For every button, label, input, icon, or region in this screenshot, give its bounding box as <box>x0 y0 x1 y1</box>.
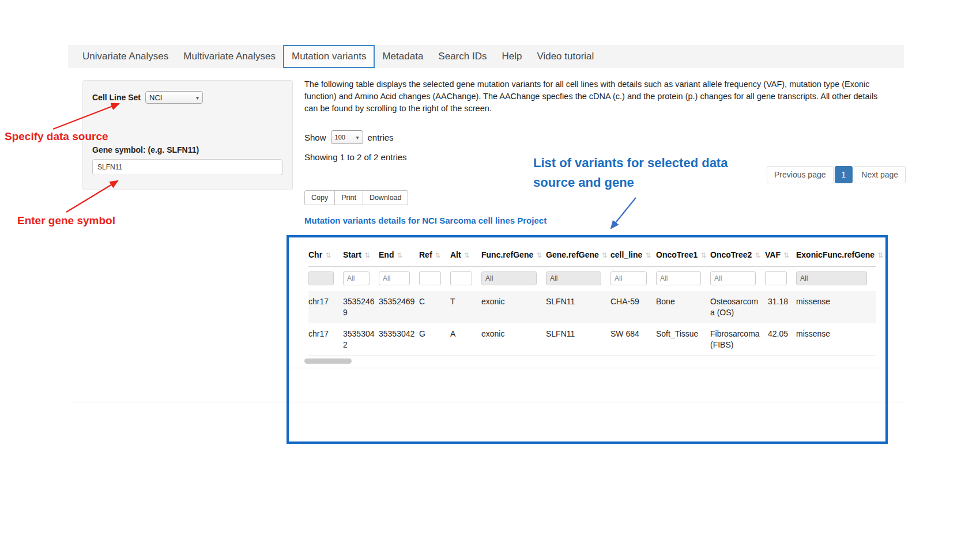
table-cell: CHA-59 <box>610 291 656 323</box>
table-cell: 35353042 <box>343 323 379 356</box>
show-entries-value: 100 <box>335 134 345 141</box>
column-header-alt[interactable]: Alt⇅ <box>450 243 481 267</box>
tab-search-ids[interactable]: Search IDs <box>431 45 494 68</box>
sort-icon[interactable]: ⇅ <box>755 251 760 259</box>
sort-icon[interactable]: ⇅ <box>364 251 370 259</box>
column-header-exonicfunc-refgene[interactable]: ExonicFunc.refGene⇅ <box>796 243 876 267</box>
sort-icon[interactable]: ⇅ <box>602 251 608 259</box>
sort-icon[interactable]: ⇅ <box>536 251 542 259</box>
column-filter-alt[interactable] <box>450 271 472 285</box>
pagination: Previous page 1 Next page <box>767 166 906 183</box>
sort-icon[interactable]: ⇅ <box>700 251 706 259</box>
column-filter-chr[interactable] <box>308 271 334 285</box>
filter-cell <box>546 267 610 292</box>
chevron-down-icon: ▾ <box>196 95 199 101</box>
column-header-ref[interactable]: Ref⇅ <box>419 243 450 267</box>
showing-entries-text: Showing 1 to 2 of 2 entries <box>304 152 407 162</box>
column-filter-exonicfunc-refgene[interactable] <box>796 271 867 285</box>
tab-multivariate-analyses[interactable]: Multivariate Analyses <box>176 45 283 68</box>
tab-metadata[interactable]: Metadata <box>375 45 431 68</box>
table-cell: chr17 <box>308 291 343 323</box>
filter-cell <box>308 267 343 292</box>
sort-icon[interactable]: ⇅ <box>325 251 331 259</box>
column-label: OncoTree1 <box>656 250 698 259</box>
column-label: VAF <box>765 250 781 259</box>
column-header-vaf[interactable]: VAF⇅ <box>765 243 796 267</box>
tab-univariate-analyses[interactable]: Univariate Analyses <box>75 45 176 68</box>
filter-cell <box>710 267 765 292</box>
column-filter-end[interactable] <box>379 271 410 285</box>
show-entries-select[interactable]: 100 ▾ <box>331 130 363 144</box>
column-header-oncotree2[interactable]: OncoTree2⇅ <box>710 243 765 267</box>
table-cell: 35353042 <box>379 323 419 356</box>
table-description: The following table displays the selecte… <box>304 78 879 115</box>
top-navigation: Univariate AnalysesMultivariate Analyses… <box>68 45 904 68</box>
table-cell: Osteosarcoma (OS) <box>710 291 765 323</box>
column-label: ExonicFunc.refGene <box>796 250 875 259</box>
sort-icon[interactable]: ⇅ <box>397 251 402 259</box>
variants-table: Chr⇅Start⇅End⇅Ref⇅Alt⇅Func.refGene⇅Gene.… <box>308 243 876 356</box>
column-filter-start[interactable] <box>343 271 370 285</box>
tab-help[interactable]: Help <box>494 45 529 68</box>
table-cell: Soft_Tissue <box>656 323 710 356</box>
column-label: cell_line <box>610 250 642 259</box>
sort-icon[interactable]: ⇅ <box>877 251 883 259</box>
table-cell: Bone <box>656 291 710 323</box>
column-header-cell-line[interactable]: cell_line⇅ <box>610 243 656 267</box>
variants-table-highlight-box: Chr⇅Start⇅End⇅Ref⇅Alt⇅Func.refGene⇅Gene.… <box>287 235 888 444</box>
table-cell: T <box>450 291 481 323</box>
column-header-chr[interactable]: Chr⇅ <box>308 243 343 267</box>
table-cell: exonic <box>481 291 546 323</box>
table-title-link[interactable]: Mutation variants details for NCI Sarcom… <box>304 216 546 225</box>
gene-symbol-label: Gene symbol: (e.g. SLFN11) <box>92 145 199 154</box>
current-page-button[interactable]: 1 <box>835 166 853 183</box>
tab-mutation-variants[interactable]: Mutation variants <box>283 45 375 68</box>
print-button[interactable]: Print <box>334 190 363 205</box>
table-cell: 35352469 <box>379 291 419 323</box>
horizontal-scrollbar-thumb[interactable] <box>304 358 352 364</box>
column-label: End <box>379 250 394 259</box>
table-cell: missense <box>796 323 876 356</box>
table-cell: C <box>419 291 450 323</box>
cell-line-set-row: Cell Line Set NCI ▾ <box>92 91 203 104</box>
column-header-start[interactable]: Start⇅ <box>343 243 379 267</box>
filter-cell <box>419 267 450 292</box>
previous-page-button[interactable]: Previous page <box>767 166 834 183</box>
column-label: Alt <box>450 250 461 259</box>
table-cell: SLFN11 <box>546 291 610 323</box>
cell-line-set-select[interactable]: NCI ▾ <box>145 91 203 104</box>
column-header-func-refgene[interactable]: Func.refGene⇅ <box>481 243 546 267</box>
table-cell: 31.18 <box>765 291 796 323</box>
table-cell: SLFN11 <box>546 323 610 356</box>
next-page-button[interactable]: Next page <box>854 166 906 183</box>
column-label: Chr <box>308 250 322 259</box>
table-cell: A <box>450 323 481 356</box>
entries-label: entries <box>368 133 394 142</box>
table-cell: SW 684 <box>610 323 656 356</box>
sort-icon[interactable]: ⇅ <box>435 251 441 259</box>
sort-icon[interactable]: ⇅ <box>645 251 651 259</box>
gene-symbol-input[interactable] <box>92 159 282 175</box>
column-label: Func.refGene <box>481 250 533 259</box>
copy-button[interactable]: Copy <box>304 190 335 205</box>
column-filter-gene-refgene[interactable] <box>546 271 601 285</box>
column-filter-cell-line[interactable] <box>610 271 647 285</box>
sort-icon[interactable]: ⇅ <box>464 251 470 259</box>
tab-video-tutorial[interactable]: Video tutorial <box>529 45 601 68</box>
column-header-gene-refgene[interactable]: Gene.refGene⇅ <box>546 243 610 267</box>
nav-tabs: Univariate AnalysesMultivariate Analyses… <box>75 45 601 68</box>
horizontal-scrollbar[interactable] <box>304 358 872 364</box>
chevron-down-icon: ▾ <box>356 134 359 141</box>
column-filter-oncotree2[interactable] <box>710 271 756 285</box>
column-label: Ref <box>419 250 432 259</box>
sort-icon[interactable]: ⇅ <box>783 251 789 259</box>
column-filter-func-refgene[interactable] <box>481 271 537 285</box>
download-button[interactable]: Download <box>363 190 409 205</box>
column-filter-vaf[interactable] <box>765 271 787 285</box>
column-header-oncotree1[interactable]: OncoTree1⇅ <box>656 243 710 267</box>
column-filter-ref[interactable] <box>419 271 441 285</box>
column-filter-oncotree1[interactable] <box>656 271 701 285</box>
filter-cell <box>481 267 546 292</box>
column-header-end[interactable]: End⇅ <box>379 243 419 267</box>
show-entries-row: Show 100 ▾ entries <box>304 130 394 144</box>
